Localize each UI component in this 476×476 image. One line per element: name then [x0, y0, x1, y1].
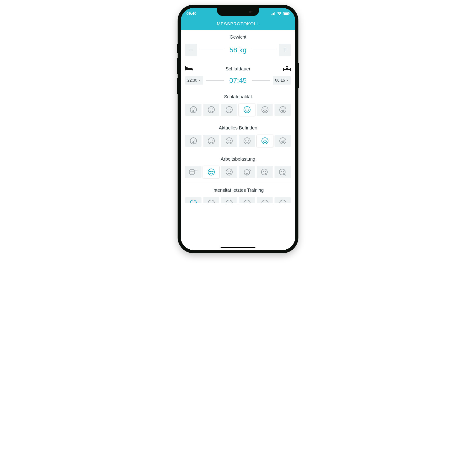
- face-sweat[interactable]: [221, 166, 237, 178]
- weight-plus-button[interactable]: +: [279, 44, 291, 56]
- face-peek[interactable]: [239, 197, 255, 203]
- svg-point-18: [192, 110, 194, 113]
- svg-point-24: [230, 109, 231, 110]
- face-neutral-sad[interactable]: [221, 135, 237, 147]
- workload-faces: NO: [185, 166, 291, 178]
- face-slight-smile[interactable]: [239, 135, 255, 147]
- svg-point-37: [226, 137, 232, 144]
- mood-faces: [185, 135, 291, 147]
- wake-icon: [283, 66, 291, 72]
- svg-point-21: [212, 109, 213, 109]
- svg-point-57: [247, 171, 248, 172]
- svg-point-56: [245, 171, 246, 172]
- face-happy[interactable]: [256, 104, 273, 116]
- face-no[interactable]: NO: [185, 166, 202, 178]
- intensity-section: Intensität letztes Training: [181, 183, 295, 193]
- volume-up-button: [177, 58, 178, 74]
- svg-rect-1: [272, 14, 273, 15]
- svg-point-34: [208, 137, 214, 144]
- svg-point-36: [212, 140, 213, 141]
- svg-point-32: [194, 140, 195, 141]
- sleep-header: Schlafdauer: [185, 66, 291, 72]
- svg-point-48: [208, 169, 214, 175]
- face-sick[interactable]: [256, 166, 273, 178]
- waketime-value: 06:15: [275, 78, 285, 83]
- svg-rect-0: [271, 14, 272, 15]
- svg-point-52: [226, 169, 232, 175]
- cellular-icon: [271, 12, 276, 15]
- page-title: MESSPROTOKOLL: [181, 19, 295, 30]
- weight-minus-button[interactable]: −: [185, 44, 197, 56]
- svg-rect-13: [290, 68, 291, 71]
- svg-point-20: [210, 109, 211, 109]
- svg-point-35: [210, 140, 211, 141]
- face-dizzy[interactable]: [239, 166, 255, 178]
- face-happy[interactable]: [256, 135, 273, 147]
- face-peek[interactable]: [256, 197, 273, 203]
- mood-section: Aktuelles Befinden: [181, 121, 295, 152]
- svg-point-38: [228, 140, 228, 141]
- divider-line: [252, 50, 276, 50]
- intensity-faces-peek: [181, 197, 295, 203]
- svg-point-43: [262, 137, 268, 144]
- divider-line: [206, 80, 224, 81]
- face-neutral-sad[interactable]: [221, 104, 237, 116]
- face-sunglasses[interactable]: [203, 166, 220, 178]
- mute-switch: [177, 44, 178, 53]
- face-peek[interactable]: [221, 197, 237, 203]
- svg-point-60: [250, 170, 251, 170]
- waketime-dropdown[interactable]: 06:15 ▼: [273, 76, 291, 85]
- face-very-sad[interactable]: [185, 104, 202, 116]
- chevron-down-icon: ▼: [199, 79, 201, 82]
- face-laughing[interactable]: [274, 135, 291, 147]
- divider-line: [200, 50, 224, 50]
- svg-point-63: [265, 171, 266, 172]
- svg-rect-6: [289, 13, 289, 14]
- svg-rect-2: [273, 13, 274, 15]
- svg-rect-50: [211, 171, 213, 172]
- face-very-sad[interactable]: [185, 135, 202, 147]
- notch: [217, 8, 259, 16]
- svg-rect-11: [283, 69, 291, 70]
- wifi-icon: [277, 12, 282, 15]
- face-peek[interactable]: [274, 197, 291, 203]
- sleep-duration-value: 07:45: [227, 76, 249, 84]
- face-slight-smile[interactable]: [239, 104, 255, 116]
- content-scroll[interactable]: Gewicht − 58 kg + Schlafdauer: [181, 30, 295, 250]
- svg-point-28: [262, 106, 268, 113]
- bedtime-dropdown[interactable]: 22:30 ▼: [185, 76, 203, 85]
- svg-point-41: [245, 140, 246, 141]
- svg-rect-10: [192, 69, 193, 70]
- quality-faces: [185, 104, 291, 116]
- face-peek[interactable]: [185, 197, 202, 203]
- svg-point-23: [228, 109, 228, 110]
- svg-point-53: [228, 171, 228, 172]
- face-sad[interactable]: [203, 104, 220, 116]
- svg-point-58: [246, 173, 247, 174]
- svg-point-45: [189, 169, 195, 175]
- svg-rect-5: [284, 13, 288, 15]
- svg-point-54: [230, 171, 231, 172]
- face-sad[interactable]: [203, 135, 220, 147]
- svg-point-33: [192, 141, 194, 144]
- svg-point-8: [186, 67, 187, 68]
- face-laughing[interactable]: [274, 104, 291, 116]
- intensity-label: Intensität letztes Training: [185, 187, 291, 193]
- bedtime-value: 22:30: [187, 78, 197, 83]
- quality-section: Schlafqualität: [181, 90, 295, 121]
- svg-point-25: [244, 106, 250, 113]
- face-peek[interactable]: [203, 197, 220, 203]
- status-time: 09:40: [187, 11, 196, 16]
- svg-point-59: [248, 169, 249, 170]
- weight-section: Gewicht − 58 kg +: [181, 30, 295, 61]
- face-exhausted[interactable]: [274, 166, 291, 178]
- phone-frame: 09:40 MESSPROTOKOLL Gewicht −: [178, 5, 298, 253]
- divider-line: [252, 80, 270, 81]
- svg-point-31: [192, 140, 193, 141]
- weight-label: Gewicht: [185, 34, 291, 40]
- svg-rect-9: [185, 69, 193, 70]
- svg-point-40: [244, 137, 250, 144]
- mood-label: Aktuelles Befinden: [185, 125, 291, 131]
- home-indicator[interactable]: [221, 247, 255, 248]
- workload-label: Arbeitsbelastung: [185, 156, 291, 162]
